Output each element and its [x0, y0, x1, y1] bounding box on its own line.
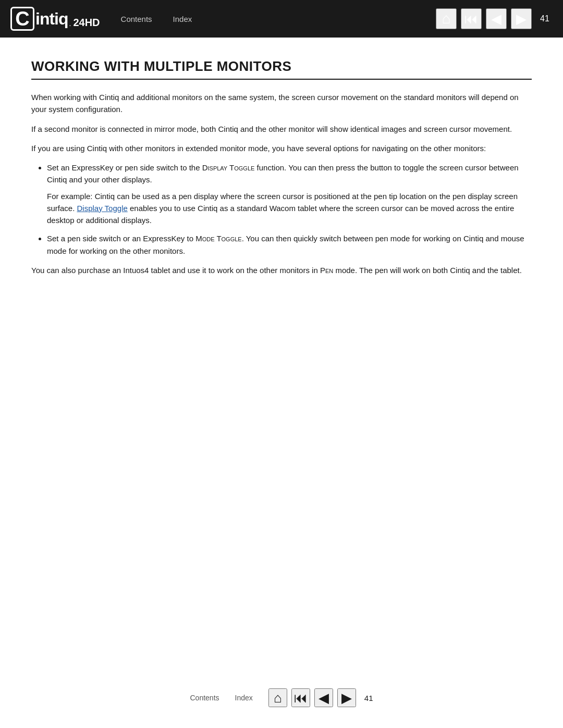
- bullet-list: Set an ExpressKey or pen side switch to …: [47, 162, 532, 257]
- para4-small-caps: Pen: [320, 266, 333, 275]
- bullet-item-2: Set a pen side switch or an ExpressKey t…: [47, 232, 532, 257]
- bullet2-text-before: Set a pen side switch or an ExpressKey t…: [47, 234, 195, 243]
- display-toggle-link[interactable]: Display Toggle: [77, 204, 128, 213]
- logo-area: C intiq . 24HD: [10, 7, 100, 31]
- paragraph-1: When working with Cintiq and additional …: [31, 91, 532, 116]
- bottom-page-number: 41: [364, 694, 373, 702]
- top-nav-links: Contents Index: [121, 15, 436, 23]
- next-page-button[interactable]: ▶: [511, 8, 532, 29]
- bottom-navbar: Contents Index ⌂ ⏮ ◀ ▶ 41: [0, 688, 563, 707]
- top-navbar: C intiq . 24HD Contents Index ⌂ ⏮ ◀ ▶ 41: [0, 0, 563, 38]
- bottom-index-link[interactable]: Index: [235, 694, 253, 702]
- logo-dot: .: [69, 19, 71, 31]
- bullet-item-1: Set an ExpressKey or pen side switch to …: [47, 162, 532, 226]
- bullet1-sub-para: For example: Cintiq can be used as a pen…: [47, 190, 532, 227]
- para4-text-after: mode. The pen will work on both Cintiq a…: [333, 266, 522, 275]
- para4-text-before: You can also purchase an Intuos4 tablet …: [31, 266, 320, 275]
- logo-model: 24HD: [73, 17, 100, 31]
- skip-first-button[interactable]: ⏮: [461, 8, 482, 29]
- nav-contents-link[interactable]: Contents: [121, 15, 152, 23]
- page-title: WORKING WITH MULTIPLE MONITORS: [31, 58, 532, 80]
- top-nav-icons: ⌂ ⏮ ◀ ▶ 41: [436, 8, 553, 29]
- bottom-prev-page-button[interactable]: ◀: [314, 688, 333, 707]
- paragraph-4: You can also purchase an Intuos4 tablet …: [31, 264, 532, 276]
- prev-page-button[interactable]: ◀: [486, 8, 507, 29]
- logo-intiq-text: intiq: [35, 9, 68, 29]
- paragraph-3: If you are using Cintiq with other monit…: [31, 142, 532, 154]
- bottom-next-page-button[interactable]: ▶: [337, 688, 356, 707]
- main-content: WORKING WITH MULTIPLE MONITORS When work…: [0, 38, 563, 315]
- paragraph-2: If a second monitor is connected in mirr…: [31, 123, 532, 135]
- top-page-number: 41: [540, 14, 553, 23]
- bottom-contents-link[interactable]: Contents: [190, 694, 219, 702]
- bottom-nav-icons: ⌂ ⏮ ◀ ▶ 41: [268, 688, 373, 707]
- bullet2-small-caps: Mode Toggle: [195, 234, 242, 243]
- logo-c-letter: C: [10, 7, 34, 31]
- bottom-home-button[interactable]: ⌂: [268, 688, 287, 707]
- nav-index-link[interactable]: Index: [173, 15, 192, 23]
- bottom-skip-first-button[interactable]: ⏮: [291, 688, 310, 707]
- bullet1-text-before: Set an ExpressKey or pen side switch to …: [47, 163, 202, 172]
- bottom-nav-links: Contents Index: [190, 694, 253, 702]
- home-button[interactable]: ⌂: [436, 8, 457, 29]
- bullet1-small-caps: Display Toggle: [202, 163, 255, 172]
